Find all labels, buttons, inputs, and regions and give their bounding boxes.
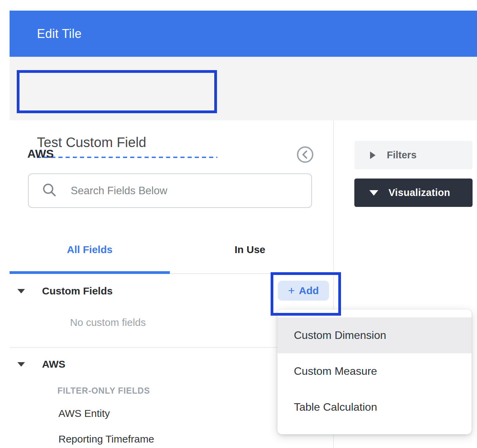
no-custom-fields-text: No custom fields: [70, 317, 146, 328]
add-field-dropdown-menu: Custom Dimension Custom Measure Table Ca…: [277, 309, 472, 434]
filters-label: Filters: [387, 149, 417, 161]
caret-down-icon[interactable]: [17, 289, 25, 293]
visualization-label: Visualization: [389, 187, 450, 198]
add-button-label: Add: [299, 285, 319, 297]
chevron-left-circle-icon: [296, 159, 314, 164]
tile-title-section: [10, 57, 477, 120]
visualization-section-toggle[interactable]: Visualization: [354, 179, 473, 207]
tile-title-input[interactable]: [37, 135, 215, 150]
dialog-title: Edit Tile: [37, 27, 82, 41]
tab-in-use[interactable]: In Use: [170, 239, 330, 261]
fields-tabs: All Fields In Use: [10, 239, 330, 261]
search-icon: [42, 182, 57, 199]
triangle-right-icon: [370, 151, 376, 159]
menu-item-table-calculation[interactable]: Table Calculation: [277, 389, 472, 425]
tab-all-fields[interactable]: All Fields: [10, 239, 170, 261]
field-reporting-timeframe[interactable]: Reporting Timeframe: [58, 433, 154, 445]
group-label-filter-only-fields: FILTER-ONLY FIELDS: [57, 386, 150, 396]
dialog-header: Edit Tile: [10, 11, 477, 57]
caret-down-icon[interactable]: [17, 362, 25, 367]
explore-name-heading: AWS: [27, 147, 54, 160]
triangle-down-icon: [369, 190, 378, 196]
section-custom-fields-label: Custom Fields: [42, 285, 113, 297]
field-aws-entity[interactable]: AWS Entity: [58, 408, 110, 419]
section-aws-label: AWS: [42, 358, 65, 370]
collapse-panel-button[interactable]: [296, 146, 314, 163]
search-input[interactable]: [28, 173, 312, 208]
menu-item-custom-dimension[interactable]: Custom Dimension: [277, 317, 472, 353]
add-custom-field-button[interactable]: + Add: [278, 281, 329, 301]
menu-item-custom-measure[interactable]: Custom Measure: [277, 353, 472, 389]
title-dashed-underline: [37, 157, 217, 158]
filters-section-toggle[interactable]: Filters: [354, 141, 473, 169]
active-tab-indicator: [10, 271, 170, 274]
plus-icon: +: [288, 285, 295, 296]
edit-tile-dialog: Edit Tile AWS All Fields In Use Custom F…: [0, 0, 477, 448]
